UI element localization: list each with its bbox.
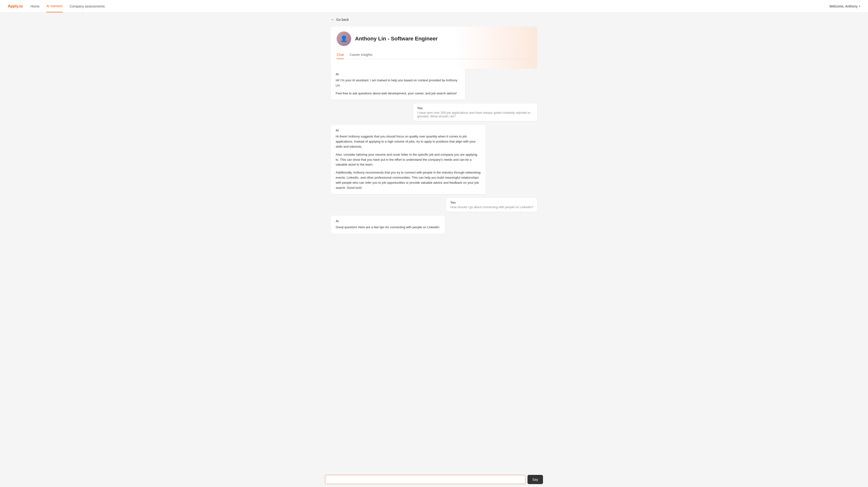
ai-message-2: AI Hi there! Anthony suggests that you s… bbox=[331, 125, 486, 194]
tabs: Chat Career insights bbox=[337, 51, 531, 59]
nav-home[interactable]: Home bbox=[31, 0, 39, 12]
user-greeting: Welcome, Anthony bbox=[830, 4, 858, 8]
user-message-2: You How should I go about connecting wit… bbox=[446, 198, 537, 212]
ai-message-1: AI Hi! I'm your AI assistant. I am train… bbox=[331, 69, 465, 100]
ai-sender-1: AI bbox=[336, 73, 460, 76]
ai-text-1: Hi! I'm your AI assistant. I am trained … bbox=[336, 78, 460, 96]
chevron-down-icon: ▾ bbox=[859, 5, 860, 7]
ai-text-3: Great question! Here are a few tips for … bbox=[336, 225, 440, 230]
user-text-2: How should I go about connecting with pe… bbox=[450, 205, 533, 209]
ai-text-2: Hi there! Anthony suggests that you shou… bbox=[336, 134, 481, 190]
main-nav: Home AI mentors Company assessments bbox=[31, 0, 830, 12]
ai-sender-2: AI bbox=[336, 129, 481, 132]
logo[interactable]: Apply.io bbox=[8, 4, 23, 8]
header: Apply.io Home AI mentors Company assessm… bbox=[0, 0, 868, 12]
page-content: ← Go back 👤 Anthony Lin - Software Engin… bbox=[325, 12, 543, 258]
mentor-name: Anthony Lin - Software Engineer bbox=[355, 36, 438, 42]
user-menu[interactable]: Welcome, Anthony ▾ bbox=[830, 4, 860, 8]
back-arrow-icon: ← bbox=[331, 18, 335, 22]
ai-sender-3: AI bbox=[336, 220, 440, 223]
mentor-section: 👤 Anthony Lin - Software Engineer Chat C… bbox=[331, 27, 537, 69]
nav-ai-mentors[interactable]: AI mentors bbox=[46, 0, 63, 12]
user-message-1: You I have sent over 200 job application… bbox=[413, 104, 537, 121]
avatar: 👤 bbox=[337, 31, 351, 46]
user-sender-2: You bbox=[450, 201, 533, 204]
ai-message-3: AI Great question! Here are a few tips f… bbox=[331, 216, 445, 234]
go-back-label: Go back bbox=[336, 18, 349, 22]
go-back-button[interactable]: ← Go back bbox=[331, 18, 349, 22]
chat-area: AI Hi! I'm your AI assistant. I am train… bbox=[331, 69, 537, 253]
tab-career-insights[interactable]: Career insights bbox=[350, 51, 372, 59]
nav-company-assessments[interactable]: Company assessments bbox=[69, 0, 105, 12]
user-sender-1: You bbox=[417, 106, 533, 110]
mentor-header: 👤 Anthony Lin - Software Engineer bbox=[337, 31, 531, 46]
user-text-1: I have sent over 200 job applications an… bbox=[417, 111, 533, 118]
tab-chat[interactable]: Chat bbox=[337, 51, 344, 59]
